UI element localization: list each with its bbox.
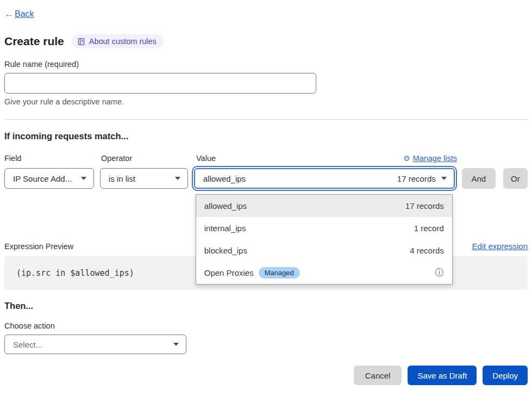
list-name: blocked_ips — [204, 246, 247, 255]
manage-lists: ⚙ Manage lists — [403, 154, 457, 163]
chevron-down-icon — [81, 177, 86, 180]
list-item-open-proxies[interactable]: Open Proxies Managed ⓘ — [196, 262, 452, 284]
save-as-draft-button[interactable]: Save as Draft — [408, 366, 477, 385]
operator-column-label: Operator — [101, 154, 190, 163]
rule-name-group: Rule name (required) Give your rule a de… — [4, 60, 528, 106]
about-custom-rules-link[interactable]: About custom rules — [72, 34, 164, 48]
operator-select-value: is in list — [109, 174, 135, 183]
value-dropdown-menu: allowed_ips 17 records internal_ips 1 re… — [196, 194, 453, 285]
choose-action-label: Choose action — [4, 321, 528, 330]
or-button[interactable]: Or — [503, 168, 528, 189]
match-section-heading: If incoming requests match... — [4, 131, 528, 141]
chevron-down-icon — [173, 343, 179, 346]
rule-name-input[interactable] — [4, 73, 316, 94]
back-arrow-icon: ← — [4, 9, 14, 20]
edit-expression-link[interactable]: Edit expression — [472, 242, 528, 251]
book-icon — [77, 38, 85, 46]
manage-lists-link[interactable]: Manage lists — [413, 154, 457, 163]
page-title: Create rule — [4, 35, 64, 48]
list-item-internal-ips[interactable]: internal_ips 1 record — [196, 217, 452, 239]
field-select[interactable]: IP Source Add... — [4, 168, 94, 189]
chevron-down-icon — [175, 177, 180, 180]
rule-name-label: Rule name (required) — [4, 60, 528, 69]
action-select[interactable]: Select... — [4, 335, 186, 354]
deploy-button[interactable]: Deploy — [483, 366, 528, 385]
cancel-button[interactable]: Cancel — [354, 366, 402, 385]
then-section: Then... Choose action Select... — [4, 301, 528, 354]
condition-row: IP Source Add... is in list allowed_ips … — [4, 168, 528, 189]
gear-icon: ⚙ — [403, 154, 410, 163]
field-column-label: Field — [4, 154, 95, 163]
then-heading: Then... — [4, 301, 528, 311]
rule-name-helper: Give your rule a descriptive name. — [4, 97, 528, 106]
footer-actions: Cancel Save as Draft Deploy — [4, 366, 528, 396]
expression-code: (ip.src in $allowed_ips) — [16, 268, 134, 278]
value-select-wrapper: allowed_ips 17 records allowed_ips 17 re… — [194, 168, 455, 189]
list-name: allowed_ips — [204, 201, 247, 211]
condition-column-labels: Field Operator Value ⚙ Manage lists — [4, 154, 528, 163]
and-button[interactable]: And — [462, 168, 496, 189]
action-select-placeholder: Select... — [13, 340, 42, 349]
list-record-count: 17 records — [405, 201, 444, 211]
back-nav: ← Back — [4, 9, 528, 20]
list-record-count: 1 record — [414, 224, 444, 233]
list-record-count: 4 records — [410, 246, 444, 255]
match-section: If incoming requests match... Field Oper… — [4, 131, 528, 290]
field-select-value: IP Source Add... — [13, 174, 72, 183]
chevron-down-icon — [441, 177, 447, 180]
list-name: internal_ips — [204, 224, 246, 233]
value-select-value: allowed_ips — [203, 174, 246, 183]
back-link[interactable]: Back — [15, 9, 34, 19]
value-select[interactable]: allowed_ips 17 records — [194, 168, 455, 189]
operator-select[interactable]: is in list — [100, 168, 188, 189]
list-item-allowed-ips[interactable]: allowed_ips 17 records — [196, 195, 452, 217]
expression-preview-label: Expression Preview — [4, 242, 73, 251]
about-custom-rules-label: About custom rules — [89, 37, 157, 46]
value-select-count: 17 records — [397, 174, 436, 183]
section-divider — [4, 119, 528, 120]
value-column-label: Value — [196, 154, 216, 163]
list-name: Open Proxies — [204, 268, 254, 277]
managed-badge: Managed — [259, 267, 300, 279]
list-item-blocked-ips[interactable]: blocked_ips 4 records — [196, 239, 452, 262]
info-icon[interactable]: ⓘ — [435, 267, 444, 279]
page-header: Create rule About custom rules — [4, 34, 528, 48]
create-rule-page: ← Back Create rule About custom rules Ru… — [0, 0, 532, 402]
